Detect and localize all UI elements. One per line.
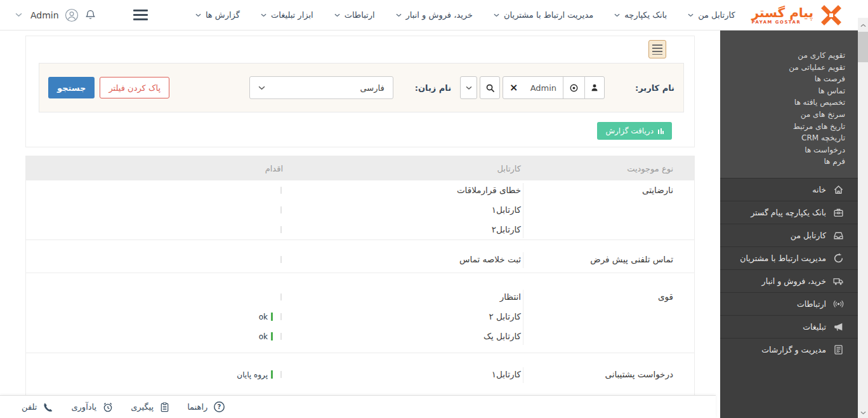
action-column-cell: okok: [26, 287, 288, 346]
sidebar-item[interactable]: تبلیغات: [720, 315, 858, 338]
action-cell: ok: [26, 327, 288, 346]
footer-item-help[interactable]: راهنما?: [187, 401, 225, 413]
select-chevron-down-icon: [258, 86, 265, 90]
user-search-button[interactable]: [480, 76, 500, 99]
action-separator: [280, 333, 282, 340]
sidebar-quick-link[interactable]: سرنخ های من: [733, 109, 845, 121]
scroll-down-arrow-icon[interactable]: [858, 408, 868, 418]
user-menu-label[interactable]: Admin: [30, 10, 59, 20]
chevron-down-icon: [195, 13, 201, 17]
topnav-item-label: ابزار تبلیغات: [271, 10, 313, 20]
top-navigation: کارتابل منبانک یکپارچهمدیریت ارتباط با م…: [195, 10, 735, 20]
sidebar-quick-links: تقویم کاری منتقویم عملیاتی منفرصت هاتماس…: [720, 30, 858, 178]
chevron-down-icon: [261, 13, 266, 17]
user-avatar-icon[interactable]: [65, 8, 79, 22]
entity-type-cell: نارضایتی: [523, 180, 694, 239]
footer-item-alarm[interactable]: یادآوری: [71, 401, 114, 413]
sidebar-quick-link[interactable]: درخواست ها: [733, 144, 845, 156]
sidebar-item[interactable]: بانک یکپارچه پیام گستر: [720, 201, 858, 224]
topnav-item[interactable]: ابزار تبلیغات: [261, 10, 313, 20]
action-cell: [26, 250, 288, 269]
footer-item-followup[interactable]: پیگیری: [131, 401, 170, 413]
user-menu-chevron-down-icon[interactable]: [15, 13, 22, 17]
get-report-button[interactable]: دریافت گزارش: [597, 122, 672, 140]
sidebar-item-label: مدیریت ارتباط با مشتریان: [740, 253, 826, 263]
action-label[interactable]: پروه پایان: [237, 370, 268, 379]
sidebar-quick-link[interactable]: تقویم عملیاتی من: [733, 62, 845, 74]
reports-icon: [833, 344, 844, 355]
topnav-item[interactable]: گزارش ها: [195, 10, 240, 20]
menu-toggle-button[interactable]: [132, 7, 149, 23]
topnav-item[interactable]: مدیریت ارتباط با مشتریان: [494, 10, 593, 20]
user-dropdown-chevron-down-icon[interactable]: [460, 76, 477, 99]
sidebar-quick-link[interactable]: تخصیص یافته ها: [733, 97, 845, 109]
logo-title: پیام گستر: [752, 6, 813, 20]
language-select[interactable]: فارسی: [249, 76, 393, 99]
footer-toolbar: تلفنیادآوریپیگیریراهنما?: [0, 395, 716, 418]
footer-item-label: تلفن: [22, 402, 37, 412]
sidebar-item[interactable]: کارتابل من: [720, 224, 858, 246]
results-table-card: نوع موجودیت کارتابل اقدام نارضایتیخطای ق…: [25, 156, 695, 405]
action-separator: [280, 206, 282, 213]
sidebar-item[interactable]: خرید، فروش و انبار: [720, 269, 858, 292]
topnav-item[interactable]: کارتابل من: [688, 10, 735, 20]
user-picker-value-box[interactable]: Admin ×: [503, 76, 605, 99]
entity-type-cell: قوی: [523, 287, 694, 346]
entity-type-cell: درخواست پشتیبانی: [523, 365, 694, 384]
table-header-row: نوع موجودیت کارتابل اقدام: [26, 156, 694, 180]
topnav-item[interactable]: خرید، فروش و انبار: [396, 10, 473, 20]
sidebar-quick-link[interactable]: تماس ها: [733, 85, 845, 97]
topnav-item-label: کارتابل من: [698, 10, 735, 20]
cartable-cell: کارتابل۱: [288, 365, 521, 384]
sidebar-item[interactable]: خانه: [720, 178, 858, 201]
sidebar-quick-link[interactable]: تاریخ های مرتبط: [733, 121, 845, 133]
scrollbar-thumb[interactable]: [858, 32, 868, 62]
user-picker-cell: Admin ×: [503, 77, 563, 98]
person-icon: [584, 77, 604, 98]
target-icon[interactable]: [563, 77, 584, 98]
sidebar-item[interactable]: مدیریت ارتباط با مشتریان: [720, 246, 858, 269]
action-cell: [26, 287, 288, 307]
action-separator: [280, 226, 282, 233]
action-label[interactable]: ok: [259, 332, 268, 341]
notepad-icon[interactable]: [648, 40, 666, 58]
clear-user-icon[interactable]: ×: [510, 83, 518, 93]
sidebar-quick-link[interactable]: فرصت ها: [733, 73, 845, 85]
footer-item-phone[interactable]: تلفن: [22, 401, 54, 413]
cartable-cell: خطای قرارملاقات: [288, 180, 521, 200]
search-button[interactable]: جستجو: [48, 77, 95, 98]
topbar: پیام گستر PAYAM GOSTAR کارتابل منبانک یک…: [0, 0, 868, 30]
logo-x-icon: [819, 4, 844, 26]
topnav-item[interactable]: ارتباطات: [334, 10, 375, 20]
sidebar-quick-link[interactable]: تاریخچه CRM: [733, 132, 845, 144]
page-scrollbar[interactable]: [858, 18, 868, 418]
action-separator: [280, 313, 282, 320]
followup-icon: [159, 401, 170, 413]
table-row-group: قویانتظارکارتابل ۲کارتابل یکokok: [26, 273, 694, 353]
action-label[interactable]: ok: [259, 313, 268, 321]
scroll-up-arrow-icon[interactable]: [858, 20, 868, 30]
notifications-bell-icon[interactable]: [84, 9, 96, 22]
table-row-group: تماس تلفنی پیش فرضثبت خلاصه تماس: [26, 239, 694, 273]
topnav-item-label: بانک یکپارچه: [624, 10, 667, 20]
clear-filter-button[interactable]: پاک کردن فیلتر: [100, 77, 169, 98]
logo[interactable]: پیام گستر PAYAM GOSTAR: [752, 4, 844, 26]
sidebar-quick-link[interactable]: فرم ها: [733, 156, 845, 168]
topnav-item-label: گزارش ها: [206, 10, 240, 20]
sidebar-quick-link[interactable]: تقویم کاری من: [733, 50, 845, 62]
action-cell: [26, 200, 288, 220]
cartable-column-cell: انتظارکارتابل ۲کارتابل یک: [288, 287, 523, 346]
cartable-cell: انتظار: [288, 287, 521, 307]
action-separator: [280, 187, 282, 194]
action-column-cell: [26, 180, 288, 239]
footer-item-label: پیگیری: [131, 402, 154, 412]
sidebar-item[interactable]: مدیریت و گزارشات: [720, 338, 858, 361]
sidebar-item[interactable]: ارتباطات: [720, 292, 858, 315]
cartable-column-header: کارتابل: [288, 164, 523, 173]
sidebar-item-label: بانک یکپارچه پیام گستر: [751, 208, 826, 217]
topnav-item[interactable]: بانک یکپارچه: [614, 10, 667, 20]
entity-type-cell: تماس تلفنی پیش فرض: [523, 250, 694, 269]
cartable-cell: کارتابل ۲: [288, 307, 521, 327]
cartable-column-cell: کارتابل۱: [288, 365, 523, 384]
cartable-cell: کارتابل۱: [288, 200, 521, 220]
